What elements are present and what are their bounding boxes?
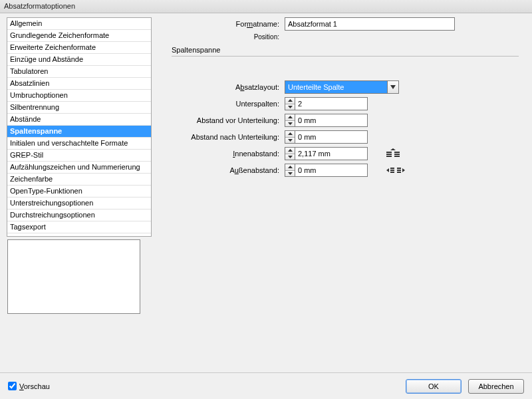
sidebar-item[interactable]: Tabulatoren (7, 66, 151, 78)
position-label: Position: (172, 33, 285, 41)
svg-rect-2 (386, 154, 392, 155)
absatzlayout-select[interactable]: Unterteilte Spalte (285, 80, 388, 94)
unterspalten-spinner[interactable] (285, 97, 368, 110)
unterspalten-spin-buttons[interactable] (285, 97, 295, 110)
innenabstand-spinner[interactable] (285, 147, 368, 160)
spin-up-icon[interactable] (285, 131, 295, 138)
formatname-row: Formatname: (172, 17, 519, 31)
sidebar-item[interactable]: Abstände (7, 114, 151, 126)
window-titlebar: Absatzformatoptionen (0, 0, 532, 13)
abstand-nach-label: Abstand nach Unterteilung: (172, 133, 285, 141)
svg-rect-8 (390, 170, 394, 171)
innenabstand-row: Innenabstand: (172, 147, 519, 160)
innenabstand-spin-buttons[interactable] (285, 147, 295, 160)
svg-rect-10 (390, 172, 394, 173)
spin-down-icon[interactable] (285, 121, 295, 127)
window-title: Absatzformatoptionen (4, 2, 75, 10)
preview-box (7, 239, 140, 314)
sidebar-item[interactable]: Grundlegende Zeichenformate (7, 30, 151, 42)
sidebar-item[interactable]: Aufzählungszeichen und Nummerierung (7, 162, 151, 174)
unterspalten-row: Unterspalten: (172, 97, 519, 110)
spin-up-icon[interactable] (285, 164, 295, 171)
sidebar-item[interactable]: Umbruchoptionen (7, 90, 151, 102)
svg-rect-0 (386, 152, 392, 153)
formatname-input[interactable] (285, 17, 455, 31)
aussenabstand-label: Außenabstand: (172, 166, 285, 174)
abstand-nach-input[interactable] (295, 130, 368, 144)
sidebar-item[interactable]: Silbentrennung (7, 102, 151, 114)
spin-up-icon[interactable] (285, 114, 295, 121)
abstand-vor-label: Abstand vor Unterteilung: (172, 116, 285, 124)
section-title: Spaltenspanne (172, 43, 519, 57)
aussenabstand-row: Außenabstand: (172, 164, 519, 177)
unterspalten-input[interactable] (295, 97, 368, 110)
svg-rect-6 (390, 168, 394, 169)
sidebar-item[interactable]: Durchstreichungsoptionen (7, 209, 151, 221)
spin-down-icon[interactable] (285, 171, 295, 177)
svg-rect-3 (394, 154, 400, 155)
absatzlayout-dropdown-button[interactable] (387, 80, 399, 94)
sidebar-item[interactable]: Einzüge und Abstände (7, 54, 151, 66)
abstand-vor-spinner[interactable] (285, 114, 368, 127)
aussenabstand-spin-buttons[interactable] (285, 164, 295, 177)
svg-rect-9 (397, 170, 401, 171)
chevron-down-icon (390, 85, 396, 89)
svg-rect-4 (386, 156, 392, 157)
absatzlayout-row: Absatzlayout: Unterteilte Spalte (172, 80, 519, 94)
abstand-nach-spin-buttons[interactable] (285, 130, 295, 144)
sidebar-item[interactable]: Unterstreichungsoptionen (7, 198, 151, 209)
aussenabstand-input[interactable] (295, 164, 368, 177)
sidebar-item[interactable]: Absatzlinien (7, 78, 151, 90)
spin-up-icon[interactable] (285, 98, 295, 104)
abstand-nach-spinner[interactable] (285, 130, 368, 144)
main-panel: Formatname: Position: Spaltenspanne Absa… (152, 17, 525, 359)
abstand-nach-row: Abstand nach Unterteilung: (172, 130, 519, 144)
sidebar-item[interactable]: GREP-Stil (7, 150, 151, 162)
sidebar-item[interactable]: Spaltenspanne (7, 126, 151, 138)
sidebar-item[interactable]: OpenType-Funktionen (7, 186, 151, 198)
side-column: AllgemeinGrundlegende ZeichenformateErwe… (7, 17, 152, 359)
position-row: Position: (172, 33, 519, 41)
vorschau-checkbox[interactable]: Vorschau (8, 382, 50, 390)
abstand-vor-input[interactable] (295, 114, 368, 127)
spin-down-icon[interactable] (285, 104, 295, 110)
abstand-vor-spin-buttons[interactable] (285, 114, 295, 127)
inner-gutter-icon (386, 148, 400, 159)
vorschau-input[interactable] (8, 382, 17, 390)
formatname-label: Formatname: (172, 20, 285, 28)
svg-rect-11 (397, 172, 401, 173)
innenabstand-input[interactable] (295, 147, 368, 160)
sidebar-item[interactable]: Allgemein (7, 18, 151, 30)
bottom-bar: Vorschau OK Abbrechen (0, 372, 532, 399)
sidebar-item[interactable]: Initialen und verschachtelte Formate (7, 138, 151, 150)
sidebar-item[interactable]: Tagsexport (7, 221, 151, 233)
abstand-vor-row: Abstand vor Unterteilung: (172, 114, 519, 127)
ok-button[interactable]: OK (406, 379, 462, 394)
cancel-button[interactable]: Abbrechen (468, 379, 524, 394)
sidebar-item[interactable]: Erweiterte Zeichenformate (7, 42, 151, 54)
svg-rect-5 (394, 156, 400, 157)
spin-up-icon[interactable] (285, 148, 295, 154)
outer-gutter-icon (386, 166, 405, 174)
sidebar-item[interactable]: Zeichenfarbe (7, 174, 151, 186)
absatzlayout-label: Absatzlayout: (172, 83, 285, 91)
svg-rect-1 (394, 152, 400, 153)
spin-down-icon[interactable] (285, 138, 295, 144)
aussenabstand-spinner[interactable] (285, 164, 368, 177)
category-list[interactable]: AllgemeinGrundlegende ZeichenformateErwe… (7, 17, 152, 237)
dialog-body: AllgemeinGrundlegende ZeichenformateErwe… (0, 13, 532, 359)
vorschau-label: Vorschau (19, 382, 50, 390)
innenabstand-label: Innenabstand: (172, 150, 285, 158)
svg-rect-7 (397, 168, 401, 169)
unterspalten-label: Unterspalten: (172, 100, 285, 108)
spin-down-icon[interactable] (285, 154, 295, 160)
